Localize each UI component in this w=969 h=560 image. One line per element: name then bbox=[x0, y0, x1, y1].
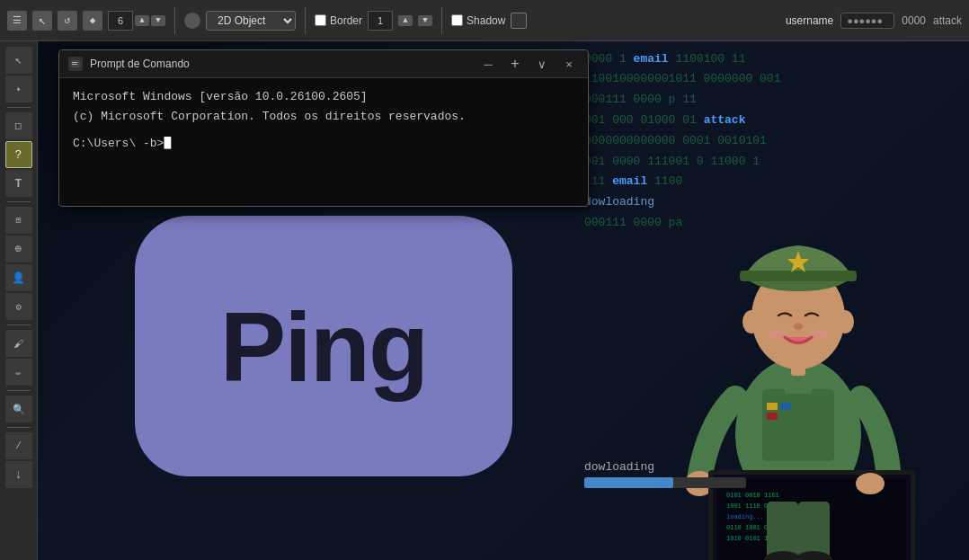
cmd-dropdown-btn[interactable]: ∨ bbox=[532, 56, 552, 72]
object-type-dropdown[interactable]: 2D Object 3D Object bbox=[206, 11, 296, 31]
cmd-window: Prompt de Comando ─ + ∨ × Microsoft Wind… bbox=[58, 49, 589, 207]
cmd-new-tab-btn[interactable]: + bbox=[505, 56, 525, 72]
cmd-minimize-btn[interactable]: ─ bbox=[478, 56, 498, 72]
text-tool-btn[interactable]: T bbox=[5, 170, 32, 197]
counter-1: 0000 bbox=[902, 14, 926, 27]
person-tool-btn[interactable]: 👤 bbox=[5, 264, 32, 291]
main-toolbar: ☰ ↖ ↺ ◆ 6 ▲ ▼ 2D Object 3D Object Border… bbox=[0, 0, 969, 41]
svg-point-12 bbox=[836, 310, 854, 333]
menu-icon[interactable]: ☰ bbox=[7, 11, 27, 31]
star-tool-btn[interactable]: ✦ bbox=[5, 76, 32, 102]
cmd-line-1: Microsoft Windows [versão 10.0.26100.260… bbox=[73, 87, 574, 107]
down-tool-btn[interactable]: ↓ bbox=[5, 461, 32, 488]
progress-bar-fill bbox=[584, 477, 673, 488]
svg-rect-14 bbox=[740, 271, 857, 281]
progress-bar-bg bbox=[584, 477, 746, 488]
border-increment-down[interactable]: ▼ bbox=[418, 15, 432, 26]
add-tool-btn[interactable]: ⊕ bbox=[5, 236, 32, 262]
character: 0101 0010 1101 1001 1110 0001 loading...… bbox=[654, 93, 942, 560]
increment-down-icon[interactable]: ▼ bbox=[151, 15, 165, 26]
wrench-tool-btn[interactable]: / bbox=[5, 432, 32, 459]
shape-icon[interactable]: ◆ bbox=[83, 11, 102, 31]
separator-1 bbox=[174, 7, 175, 34]
cmd-content: Microsoft Windows [versão 10.0.26100.260… bbox=[59, 78, 588, 163]
character-svg: 0101 0010 1101 1001 1110 0001 loading...… bbox=[654, 93, 942, 560]
left-sep-5 bbox=[7, 427, 31, 428]
svg-point-10 bbox=[812, 328, 830, 339]
svg-point-8 bbox=[794, 323, 803, 330]
svg-text:0101 0010 1101: 0101 0010 1101 bbox=[726, 492, 779, 499]
left-sep-4 bbox=[7, 390, 31, 391]
pointer-icon[interactable]: ↖ bbox=[32, 11, 52, 31]
border-value-input[interactable]: 1 bbox=[368, 11, 393, 31]
rect-tool-btn[interactable]: ◻ bbox=[5, 112, 32, 139]
cmd-icon-inner bbox=[71, 60, 80, 67]
cmd-line-3: C:\Users\ -b>█ bbox=[73, 134, 574, 154]
svg-point-9 bbox=[767, 328, 785, 339]
cmd-close-btn[interactable]: × bbox=[559, 56, 579, 72]
ping-graphic: Ping bbox=[135, 216, 539, 494]
ping-bubble: Ping bbox=[135, 216, 512, 476]
zoom-tool-btn[interactable]: 🔍 bbox=[5, 396, 32, 422]
shadow-label: Shadow bbox=[467, 14, 505, 27]
border-checkbox[interactable] bbox=[315, 14, 326, 26]
cmd-prompt: C:\Users\ -b> bbox=[73, 137, 164, 150]
username-area: username ●●●●●● 0000 attack bbox=[786, 13, 962, 29]
increment-up-icon[interactable]: ▲ bbox=[135, 15, 149, 26]
settings-tool-btn[interactable]: ⚙ bbox=[5, 293, 32, 320]
separator-3 bbox=[441, 7, 442, 34]
svg-rect-4 bbox=[767, 413, 778, 420]
left-sep-1 bbox=[7, 107, 31, 108]
shape-selector: 6 ▲ ▼ bbox=[108, 11, 165, 31]
separator-2 bbox=[305, 7, 306, 34]
help-tool-btn[interactable]: ? bbox=[5, 141, 32, 168]
shadow-box-icon[interactable] bbox=[511, 13, 527, 29]
paint-tool-btn[interactable]: 🖌 bbox=[5, 330, 32, 357]
shadow-checkbox[interactable] bbox=[451, 14, 463, 26]
cmd-title-text: Prompt de Comando bbox=[90, 58, 471, 70]
border-checkbox-label: Border bbox=[315, 14, 362, 27]
left-sep-3 bbox=[7, 324, 31, 325]
attack-label: attack bbox=[933, 14, 962, 27]
cmd-cursor: █ bbox=[164, 137, 171, 150]
username-dots[interactable]: ●●●●●● bbox=[840, 13, 894, 29]
matrix-line: 0000 1 email 1100100 11 bbox=[584, 50, 960, 69]
undo-icon[interactable]: ↺ bbox=[58, 11, 77, 31]
shape-number-input[interactable]: 6 bbox=[108, 11, 133, 31]
svg-point-11 bbox=[742, 310, 760, 333]
svg-rect-3 bbox=[780, 403, 791, 410]
border-increment-up[interactable]: ▲ bbox=[398, 15, 413, 26]
ping-text: Ping bbox=[220, 289, 427, 404]
grid-tool-btn[interactable]: ⊞ bbox=[5, 207, 32, 234]
shadow-checkbox-label: Shadow bbox=[451, 14, 505, 27]
svg-rect-2 bbox=[767, 403, 778, 410]
circle-fill-icon[interactable] bbox=[184, 13, 200, 29]
username-label: username bbox=[786, 14, 833, 27]
cmd-line-2: (c) Microsoft Corporation. Todos os dire… bbox=[73, 107, 574, 127]
border-label: Border bbox=[330, 14, 362, 27]
svg-text:loading...: loading... bbox=[726, 513, 764, 520]
svg-rect-1 bbox=[762, 389, 834, 461]
left-sep-2 bbox=[7, 201, 31, 202]
cmd-titlebar: Prompt de Comando ─ + ∨ × bbox=[59, 50, 588, 78]
matrix-line: 1100100000001011 0000000 001 bbox=[584, 70, 960, 89]
download-label: dowloading bbox=[584, 460, 926, 474]
download-area: dowloading bbox=[584, 460, 926, 488]
eraser-tool-btn[interactable]: ✏ bbox=[5, 359, 32, 386]
cmd-title-icon bbox=[68, 57, 83, 71]
left-toolbar: ↖ ✦ ◻ ? T ⊞ ⊕ 👤 ⚙ 🖌 ✏ 🔍 / ↓ bbox=[0, 41, 38, 560]
select-tool-btn[interactable]: ↖ bbox=[5, 47, 32, 74]
